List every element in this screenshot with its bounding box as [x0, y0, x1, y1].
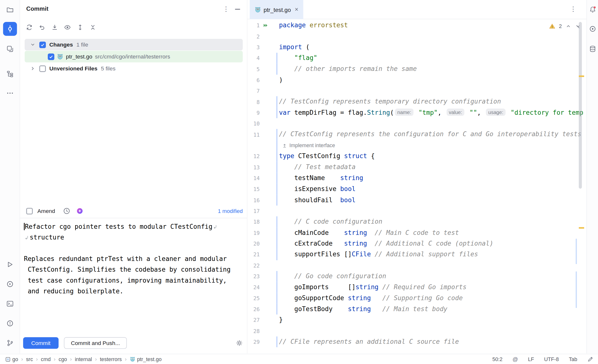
- line-number[interactable]: 14: [247, 175, 260, 181]
- edit-pencil-icon[interactable]: [587, 356, 593, 362]
- tab-close-icon[interactable]: ×: [295, 7, 299, 13]
- breadcrumb-item[interactable]: go: [5, 356, 18, 362]
- problems-icon[interactable]: [6, 319, 14, 327]
- warning-stripe-mark[interactable]: [579, 227, 584, 229]
- code-text[interactable]: goImports []string // Required Go import…: [279, 282, 467, 293]
- git-branch-icon[interactable]: [6, 339, 14, 347]
- code-text[interactable]: package errorstest: [279, 20, 348, 31]
- line-number[interactable]: 16: [247, 197, 260, 203]
- line-number[interactable]: 12: [247, 153, 260, 159]
- line-number[interactable]: 18: [247, 219, 260, 225]
- code-text[interactable]: }: [279, 315, 283, 326]
- caret-position[interactable]: 50:2: [492, 356, 503, 362]
- commit-history-clock-icon[interactable]: [63, 207, 70, 215]
- line-number[interactable]: 25: [247, 295, 260, 301]
- code-text[interactable]: type CTestConfig struct {: [279, 151, 375, 162]
- line-number[interactable]: 28: [247, 328, 260, 334]
- commit-message-line[interactable]: test case configurations, improving main…: [24, 275, 244, 286]
- line-number[interactable]: 6: [247, 77, 260, 83]
- line-number[interactable]: 20: [247, 241, 260, 247]
- warning-icon[interactable]: [549, 23, 555, 29]
- line-number[interactable]: 3: [247, 44, 260, 50]
- code-text[interactable]: isExpensive bool: [279, 184, 356, 195]
- line-number[interactable]: 8: [247, 99, 260, 105]
- copy-icon[interactable]: [6, 45, 14, 53]
- notifications-bell-icon[interactable]: [589, 6, 597, 14]
- line-number[interactable]: 13: [247, 164, 260, 170]
- line-number[interactable]: 22: [247, 262, 260, 268]
- implement-interface-icon[interactable]: [282, 143, 287, 148]
- breadcrumb-item[interactable]: testerrors: [100, 356, 122, 362]
- code-text[interactable]: testName string: [279, 173, 363, 184]
- line-number[interactable]: 26: [247, 306, 260, 312]
- changes-checkbox[interactable]: [39, 41, 46, 48]
- line-number[interactable]: 11: [247, 132, 260, 138]
- run-icon[interactable]: [6, 261, 14, 268]
- commit-message-editor[interactable]: Refactor cgo pointer tests to modular CT…: [24, 221, 244, 297]
- refresh-icon[interactable]: [25, 23, 33, 31]
- commit-message-line[interactable]: structure: [24, 232, 244, 243]
- code-text[interactable]: // C code configuration: [279, 216, 382, 227]
- code-text[interactable]: goSupportCode string // Supporting Go co…: [279, 293, 463, 304]
- line-ending-indicator[interactable]: LF: [528, 356, 534, 362]
- commit-message-line[interactable]: CTestConfig. Simplifies the codebase by …: [24, 264, 244, 275]
- indent-indicator[interactable]: Tab: [569, 356, 577, 362]
- code-text[interactable]: import (: [279, 42, 310, 53]
- expand-all-icon[interactable]: [76, 23, 84, 31]
- chevron-right-icon[interactable]: [30, 66, 36, 72]
- encoding-indicator[interactable]: UTF-8: [544, 356, 559, 362]
- line-number[interactable]: 27: [247, 317, 260, 323]
- chevron-down-icon[interactable]: [30, 42, 36, 48]
- line-number[interactable]: 5: [247, 66, 260, 72]
- line-number[interactable]: 19: [247, 230, 260, 236]
- unversioned-files-row[interactable]: Unversioned Files 5 files: [25, 63, 243, 74]
- preview-diff-eye-icon[interactable]: [64, 23, 71, 31]
- run-file-icon[interactable]: [263, 23, 268, 28]
- minimize-icon[interactable]: [235, 9, 240, 10]
- project-folder-icon[interactable]: [6, 6, 14, 14]
- amend-checkbox[interactable]: [26, 208, 33, 214]
- editor-scrollbar[interactable]: [579, 22, 582, 189]
- breadcrumb-item[interactable]: cgo: [59, 356, 67, 362]
- code-text[interactable]: // TestConfig represents temporary direc…: [279, 96, 501, 107]
- code-text[interactable]: // other imports remain the same: [279, 64, 417, 75]
- code-text[interactable]: goTestBody string // Main test body: [279, 304, 448, 315]
- editor-body[interactable]: 1package errorstest23import (4 "flag"5 /…: [247, 19, 586, 353]
- commit-message-line[interactable]: Refactor cgo pointer tests to modular CT…: [24, 221, 244, 232]
- breadcrumb-item[interactable]: ptr_test.go: [130, 356, 162, 362]
- line-number[interactable]: 17: [247, 208, 260, 214]
- line-number[interactable]: 24: [247, 284, 260, 290]
- commit-tool-icon[interactable]: [3, 22, 17, 36]
- line-number[interactable]: 21: [247, 251, 260, 258]
- changed-file-row[interactable]: ptr_test.go src/cmd/cgo/internal/testerr…: [25, 51, 243, 62]
- line-number[interactable]: 1: [247, 22, 260, 29]
- code-text[interactable]: cMainCode string // Main C code to test: [279, 227, 459, 238]
- line-number[interactable]: 29: [247, 339, 260, 345]
- commit-message-line[interactable]: Replaces redundant ptrTest with a cleane…: [24, 254, 244, 264]
- structure-icon[interactable]: [6, 70, 14, 78]
- code-text[interactable]: "flag": [279, 53, 317, 64]
- changes-tree-row[interactable]: Changes 1 file: [25, 39, 243, 50]
- line-number[interactable]: 7: [247, 88, 260, 94]
- settings-gear-icon[interactable]: [235, 339, 243, 347]
- code-text[interactable]: ): [279, 75, 283, 86]
- unversioned-checkbox[interactable]: [39, 65, 46, 72]
- commit-message-line[interactable]: [24, 243, 244, 254]
- ai-commit-message-icon[interactable]: [76, 207, 84, 215]
- inlay-hint-line[interactable]: Implement interface: [279, 140, 335, 151]
- code-text[interactable]: // CFile represents an additional C sour…: [279, 336, 459, 347]
- file-checkbox[interactable]: [48, 53, 54, 60]
- line-number[interactable]: 4: [247, 55, 260, 61]
- database-icon[interactable]: [589, 45, 597, 53]
- line-number[interactable]: 23: [247, 273, 260, 279]
- collapse-all-icon[interactable]: [89, 23, 97, 31]
- rollback-icon[interactable]: [38, 23, 46, 31]
- run-gutter-cell[interactable]: [260, 20, 271, 31]
- line-number[interactable]: 10: [247, 121, 260, 127]
- breadcrumb-item[interactable]: internal: [75, 356, 92, 362]
- breadcrumb-item[interactable]: cmd: [41, 356, 51, 362]
- code-text[interactable]: var tempDirFlag = flag.String(name: "tmp…: [279, 107, 583, 118]
- kebab-menu-icon[interactable]: ⋮: [223, 6, 229, 12]
- code-text[interactable]: supportFiles []CFile // Additional suppo…: [279, 249, 478, 260]
- ai-status-icon[interactable]: @: [512, 356, 518, 362]
